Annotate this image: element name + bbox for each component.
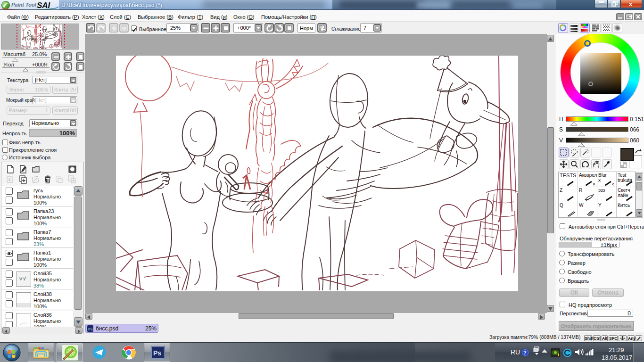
svg-text:?: ? (523, 350, 527, 355)
svg-text:Paint Tool: Paint Tool (11, 2, 37, 8)
svg-text:Ps: Ps (153, 349, 161, 357)
svg-text:SAI: SAI (37, 1, 51, 10)
